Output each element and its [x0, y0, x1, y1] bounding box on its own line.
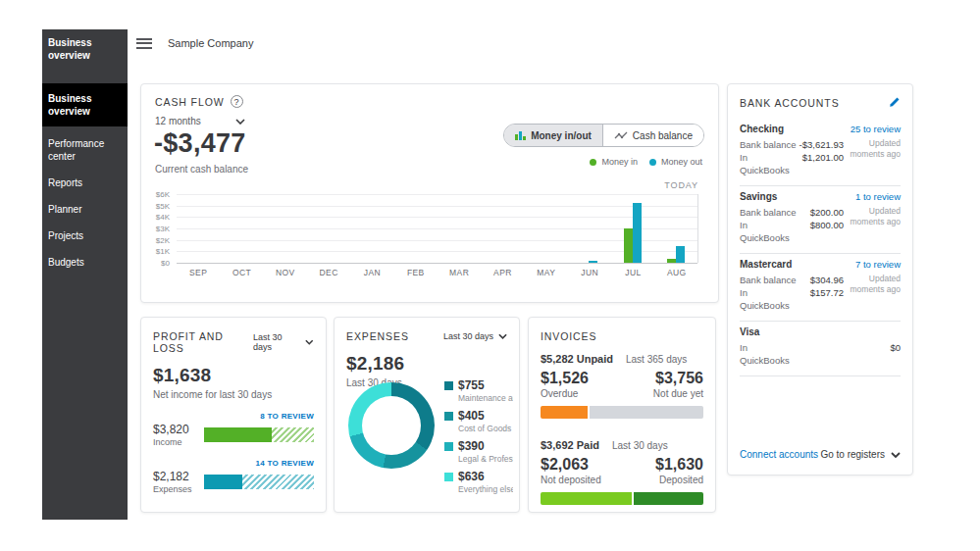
- x-tick: NOV: [264, 268, 307, 277]
- y-tick: $6K: [156, 190, 170, 199]
- income-amount: $3,820: [153, 423, 204, 436]
- expense-legend-swatch: [444, 412, 453, 421]
- bank-account-savings: Savings 1 to review Bank balance In Quic…: [740, 191, 901, 244]
- bar-group-may[interactable]: [524, 194, 567, 263]
- divider: [740, 253, 901, 254]
- invoices-card: INVOICES $5,282 Unpaid Last 365 days $1,…: [528, 317, 716, 513]
- expenses-period-dropdown[interactable]: Last 30 days: [443, 331, 507, 341]
- bar[interactable]: [633, 203, 642, 263]
- expenses-donut[interactable]: [348, 382, 435, 469]
- x-tick: AUG: [655, 268, 698, 277]
- income-to-review-label[interactable]: 8 TO REVIEW: [153, 412, 314, 421]
- hamburger-menu-icon[interactable]: [136, 35, 152, 51]
- bar-group-mar[interactable]: [438, 194, 481, 263]
- bar-group-apr[interactable]: [481, 194, 524, 263]
- row-label: Bank balance: [740, 206, 799, 219]
- savings-review-link[interactable]: 1 to review: [855, 191, 901, 202]
- company-name: Sample Company: [168, 37, 253, 49]
- bar-group-nov[interactable]: [264, 194, 307, 263]
- account-name: Visa: [740, 326, 759, 337]
- cashflow-yaxis: $6K$5K$4K$3K$2K$1K$0: [141, 194, 173, 263]
- invoices-unpaid-bar[interactable]: [541, 406, 703, 419]
- sidebar-item-planner[interactable]: Planner: [42, 196, 128, 223]
- connect-accounts-link[interactable]: Connect accounts: [740, 449, 818, 460]
- help-icon[interactable]: ?: [231, 95, 243, 108]
- bank-accounts-title: BANK ACCOUNTS: [740, 97, 840, 109]
- updated-status: Updated moments ago: [850, 206, 901, 244]
- x-tick: JUL: [611, 268, 654, 277]
- go-to-registers-dropdown[interactable]: Go to registers: [820, 449, 901, 460]
- cashflow-legend: Money in Money out: [590, 157, 702, 167]
- unpaid-period: Last 365 days: [626, 354, 687, 365]
- sidebar-item-budgets[interactable]: Budgets: [42, 249, 128, 276]
- row-label: In QuickBooks: [740, 341, 799, 367]
- pnl-period-dropdown[interactable]: Last 30 days: [253, 332, 314, 352]
- bar-group-jun[interactable]: [567, 194, 610, 263]
- y-tick: $0: [161, 259, 170, 268]
- pnl-period-label: Last 30 days: [253, 332, 300, 352]
- bar[interactable]: [667, 259, 676, 263]
- overdue-amount: $1,526: [541, 370, 589, 387]
- expenses-row: $2,182 Expenses: [141, 470, 326, 494]
- cashflow-xaxis: SEPOCTNOVDECJANFEBMARAPRMAYJUNJULAUG: [177, 268, 698, 277]
- sidebar-item-reports[interactable]: Reports: [42, 170, 128, 196]
- checking-review-link[interactable]: 25 to review: [851, 124, 901, 134]
- sidebar-item-business-overview[interactable]: Business overview: [42, 83, 128, 126]
- cash-balance-caption: Current cash balance: [155, 164, 248, 175]
- bar-group-feb[interactable]: [393, 194, 437, 263]
- cashflow-period-dropdown[interactable]: 12 months: [155, 116, 245, 126]
- money-in-legend-label: Money in: [601, 157, 638, 167]
- sidebar-item-projects[interactable]: Projects: [42, 223, 128, 249]
- gridline: [177, 263, 697, 264]
- row-label: In QuickBooks: [740, 151, 799, 176]
- legend-amount: $636: [458, 470, 485, 483]
- legend-item: $755 Maintenance and ...: [444, 378, 513, 403]
- bar[interactable]: [676, 246, 685, 264]
- paid-summary: $3,692 Paid Last 30 days: [529, 428, 715, 451]
- x-tick: FEB: [394, 268, 438, 277]
- expenses-card: EXPENSES Last 30 days $2,186 Last 30 day…: [334, 317, 520, 513]
- divider: [740, 376, 901, 376]
- bar-group-aug[interactable]: [654, 194, 697, 263]
- mastercard-review-link[interactable]: 7 to review: [855, 259, 901, 270]
- expenses-title: EXPENSES: [346, 330, 409, 342]
- cash-balance-label: Cash balance: [633, 130, 693, 141]
- expenses-total-amount: $2,186: [335, 342, 519, 375]
- money-in-dot: [590, 159, 596, 166]
- chevron-down-icon: [305, 339, 314, 345]
- bar[interactable]: [624, 228, 633, 263]
- row-value: $0: [799, 341, 901, 354]
- cash-balance-toggle-button[interactable]: Cash balance: [602, 125, 703, 146]
- bar-group-jul[interactable]: [611, 194, 654, 263]
- pnl-title: PROFIT AND LOSS: [153, 330, 253, 354]
- x-tick: APR: [481, 268, 524, 277]
- bar-group-jan[interactable]: [350, 194, 393, 263]
- paid-period: Last 30 days: [612, 440, 668, 451]
- divider: [740, 185, 901, 186]
- bar-chart-icon: [515, 130, 526, 140]
- legend-amount: $405: [458, 409, 485, 423]
- row-value: $304.96: [799, 274, 844, 286]
- bar[interactable]: [589, 261, 597, 263]
- x-tick: OCT: [220, 268, 263, 277]
- edit-pencil-icon[interactable]: [888, 96, 901, 109]
- money-inout-toggle-button[interactable]: Money in/out: [504, 125, 602, 146]
- expense-legend-swatch: [444, 442, 453, 451]
- pnl-expenses-bar[interactable]: [204, 475, 314, 489]
- money-out-dot: [649, 159, 656, 166]
- expenses-period-label: Last 30 days: [443, 331, 493, 341]
- row-value: -$3,621.93: [799, 138, 844, 151]
- bar-group-dec[interactable]: [307, 194, 350, 263]
- sidebar-item-performance-center[interactable]: Performance center: [42, 130, 128, 170]
- pnl-income-bar[interactable]: [204, 427, 314, 442]
- invoices-paid-bar[interactable]: [541, 492, 703, 505]
- y-tick: $1K: [156, 247, 170, 256]
- cashflow-view-toggle: Money in/out Cash balance: [503, 124, 704, 147]
- expenses-to-review-label[interactable]: 14 TO REVIEW: [153, 459, 314, 468]
- x-tick: DEC: [307, 268, 350, 277]
- divider: [740, 321, 901, 322]
- net-income-amount: $1,638: [141, 354, 326, 386]
- bar-group-sep[interactable]: [177, 194, 220, 263]
- bar-group-oct[interactable]: [220, 194, 263, 263]
- money-out-legend-label: Money out: [661, 157, 702, 167]
